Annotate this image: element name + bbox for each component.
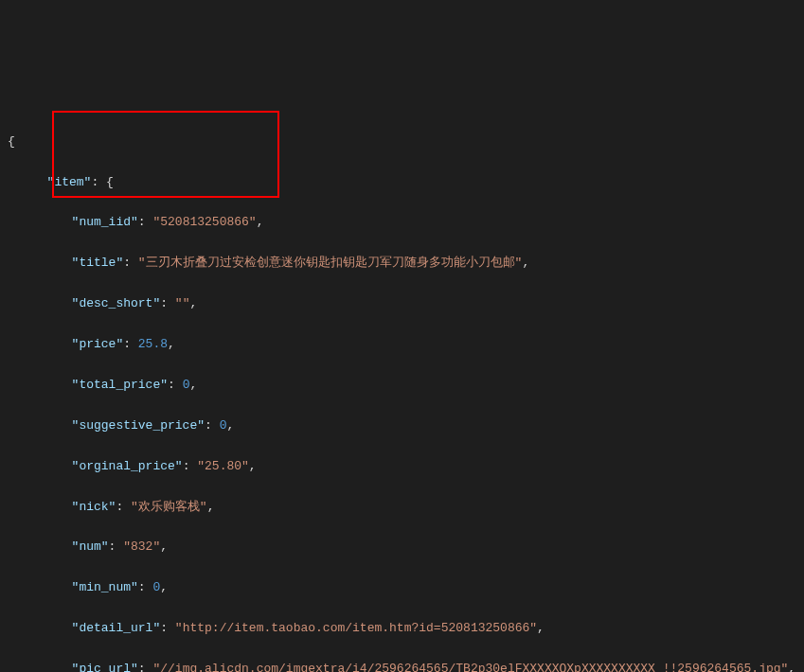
punct: : { bbox=[91, 175, 113, 189]
val-num_iid: "520813250866" bbox=[152, 215, 256, 229]
key-desc_short: "desc_short" bbox=[72, 296, 161, 310]
key-total_price: "total_price" bbox=[72, 378, 168, 392]
key-pic_url: "pic_url" bbox=[72, 662, 138, 672]
key-price: "price" bbox=[72, 337, 124, 351]
key-item: "item" bbox=[47, 175, 92, 189]
key-orginal_price: "orginal_price" bbox=[72, 459, 183, 473]
val-detail_url: "http://item.taobao.com/item.htm?id=5208… bbox=[175, 621, 537, 635]
key-min_num: "min_num" bbox=[72, 580, 138, 594]
val-desc_short: "" bbox=[175, 296, 190, 310]
key-title: "title" bbox=[72, 256, 124, 270]
key-suggestive_price: "suggestive_price" bbox=[72, 418, 205, 433]
val-num: "832" bbox=[123, 539, 160, 554]
val-nick: "欢乐购客栈" bbox=[131, 500, 207, 514]
val-orginal_price: "25.80" bbox=[197, 459, 249, 473]
key-num: "num" bbox=[72, 539, 109, 554]
val-pic_url: "//img.alicdn.com/imgextra/i4/2596264565… bbox=[152, 662, 788, 672]
val-title: "三刃木折叠刀过安检创意迷你钥匙扣钥匙刀军刀随身多功能小刀包邮" bbox=[138, 256, 523, 270]
key-detail_url: "detail_url" bbox=[72, 621, 161, 635]
json-code-block: CSDN @懂电商API接口的Jennifer { "item": { "num… bbox=[0, 0, 804, 672]
key-nick: "nick" bbox=[72, 500, 116, 514]
val-price: 25.8 bbox=[138, 337, 168, 351]
brace-open: { bbox=[8, 134, 15, 149]
key-num_iid: "num_iid" bbox=[72, 215, 138, 229]
